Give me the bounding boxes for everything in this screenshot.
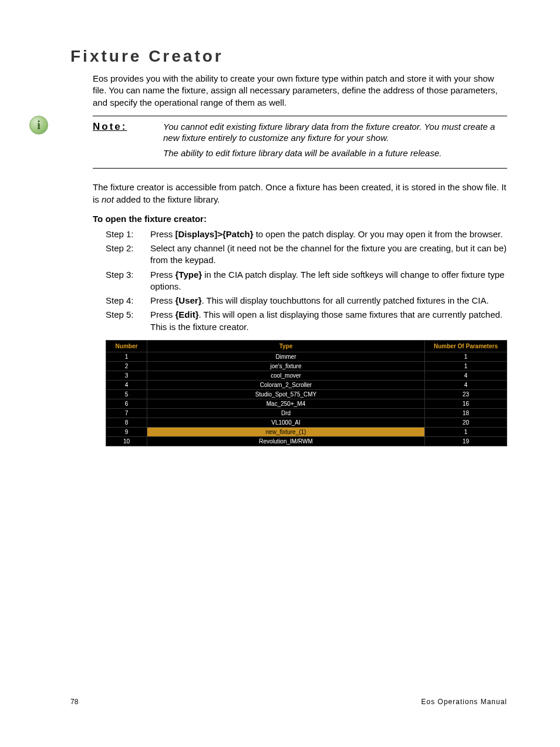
manual-title: Eos Operations Manual [421, 698, 507, 706]
cell-params: 19 [425, 436, 507, 446]
step-body: Press {Type} in the CIA patch display. T… [150, 269, 507, 293]
table-row: 9new_fixture_(1)1 [106, 427, 507, 436]
cell-number: 2 [106, 361, 147, 371]
table-row: 6Mac_250+_M416 [106, 399, 507, 408]
note-line-1: You cannot edit existing fixture library… [163, 121, 507, 144]
th-params: Number Of Parameters [425, 340, 507, 352]
note-line-2: The ability to edit fixture library data… [163, 147, 507, 159]
step-item: Step 3: Press {Type} in the CIA patch di… [106, 269, 507, 293]
steps-list: Step 1: Press [Displays]>{Patch} to open… [106, 228, 507, 333]
subhead: To open the fixture creator: [93, 214, 507, 224]
step-item: Step 1: Press [Displays]>{Patch} to open… [106, 228, 507, 240]
cell-number: 5 [106, 389, 147, 399]
cell-number: 7 [106, 408, 147, 418]
step-body: Press {User}. This will display touchbut… [150, 295, 507, 307]
cell-params: 4 [425, 380, 507, 389]
page-number: 78 [70, 698, 78, 706]
cell-type: Mac_250+_M4 [147, 399, 425, 408]
cell-type: Coloram_2_Scroller [147, 380, 425, 389]
step-label: Step 1: [106, 228, 150, 240]
table-row: 3cool_mover4 [106, 371, 507, 380]
cell-type: new_fixture_(1) [147, 427, 425, 436]
th-type: Type [147, 340, 425, 352]
table-row: 7Drd18 [106, 408, 507, 418]
step-label: Step 3: [106, 269, 150, 293]
note-block: Note: You cannot edit existing fixture l… [93, 116, 507, 169]
table-row: 4Coloram_2_Scroller4 [106, 380, 507, 389]
step-label: Step 2: [106, 243, 150, 267]
step-body: Press [Displays]>{Patch} to open the pat… [150, 228, 507, 240]
table-row: 8VL1000_AI20 [106, 418, 507, 427]
step-item: Step 2: Select any channel (it need not … [106, 243, 507, 267]
body-em: not [102, 194, 114, 204]
cell-type: Revolution_IM/RWM [147, 436, 425, 446]
cell-type: VL1000_AI [147, 418, 425, 427]
th-number: Number [106, 340, 147, 352]
page-title: Fixture Creator [70, 47, 507, 66]
intro-paragraph: Eos provides you with the ability to cre… [93, 73, 507, 109]
info-icon: i [29, 116, 48, 134]
note-label: Note: [93, 121, 163, 163]
cell-params: 23 [425, 389, 507, 399]
cell-params: 1 [425, 361, 507, 371]
table-row: 1Dimmer1 [106, 352, 507, 361]
cell-params: 18 [425, 408, 507, 418]
cell-number: 1 [106, 352, 147, 361]
cell-number: 9 [106, 427, 147, 436]
cell-number: 8 [106, 418, 147, 427]
step-item: Step 4: Press {User}. This will display … [106, 295, 507, 307]
step-label: Step 4: [106, 295, 150, 307]
cell-type: Studio_Spot_575_CMY [147, 389, 425, 399]
table-header-row: Number Type Number Of Parameters [106, 340, 507, 352]
cell-type: cool_mover [147, 371, 425, 380]
info-glyph: i [37, 119, 41, 132]
cell-params: 1 [425, 352, 507, 361]
cell-type: Drd [147, 408, 425, 418]
body-post: added to the fixture library. [114, 194, 220, 204]
page-footer: 78 Eos Operations Manual [70, 698, 507, 706]
cell-number: 10 [106, 436, 147, 446]
cell-type: Dimmer [147, 352, 425, 361]
cell-type: joe's_fixture [147, 361, 425, 371]
cell-params: 1 [425, 427, 507, 436]
fixture-table: Number Type Number Of Parameters 1Dimmer… [106, 340, 507, 446]
step-body: Select any channel (it need not be the c… [150, 243, 507, 267]
step-item: Step 5: Press {Edit}. This will open a l… [106, 309, 507, 333]
note-text: You cannot edit existing fixture library… [163, 121, 507, 163]
step-body: Press {Edit}. This will open a list disp… [150, 309, 507, 333]
table-row: 5Studio_Spot_575_CMY23 [106, 389, 507, 399]
cell-params: 16 [425, 399, 507, 408]
step-label: Step 5: [106, 309, 150, 333]
table-row: 10Revolution_IM/RWM19 [106, 436, 507, 446]
cell-number: 3 [106, 371, 147, 380]
body-paragraph: The fixture creator is accessible from p… [93, 181, 507, 206]
cell-params: 20 [425, 418, 507, 427]
table-row: 2joe's_fixture1 [106, 361, 507, 371]
cell-params: 4 [425, 371, 507, 380]
cell-number: 4 [106, 380, 147, 389]
page-content: Fixture Creator Eos provides you with th… [0, 0, 560, 446]
cell-number: 6 [106, 399, 147, 408]
